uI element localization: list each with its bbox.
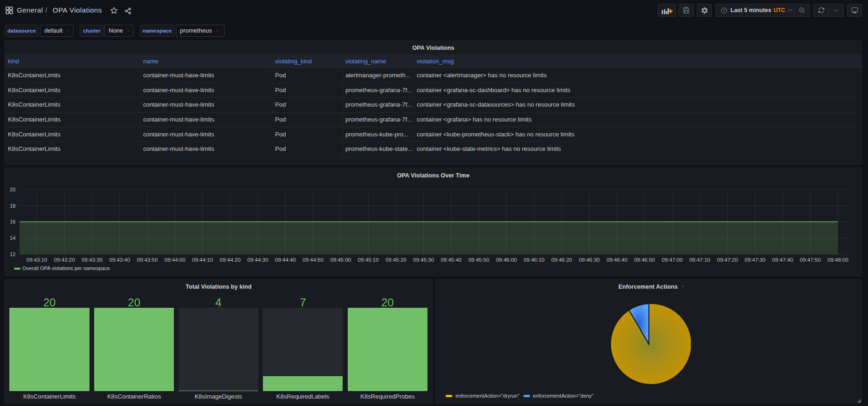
- svg-text:09:47:00: 09:47:00: [662, 257, 683, 263]
- svg-text:09:43:10: 09:43:10: [27, 257, 48, 263]
- svg-text:09:43:40: 09:43:40: [109, 257, 130, 263]
- svg-text:09:45:40: 09:45:40: [441, 257, 462, 263]
- svg-text:09:47:10: 09:47:10: [689, 257, 710, 263]
- svg-text:09:43:20: 09:43:20: [54, 257, 75, 263]
- svg-text:09:45:50: 09:45:50: [468, 257, 489, 263]
- svg-text:09:47:40: 09:47:40: [772, 257, 793, 263]
- svg-text:09:44:10: 09:44:10: [192, 257, 213, 263]
- svg-text:09:47:20: 09:47:20: [717, 257, 738, 263]
- svg-text:09:44:50: 09:44:50: [303, 257, 324, 263]
- svg-text:09:48:00: 09:48:00: [827, 257, 848, 263]
- svg-text:09:44:00: 09:44:00: [165, 257, 186, 263]
- svg-text:09:46:00: 09:46:00: [496, 257, 517, 263]
- svg-text:12: 12: [10, 251, 16, 257]
- svg-text:09:44:40: 09:44:40: [275, 257, 296, 263]
- svg-text:09:43:30: 09:43:30: [82, 257, 103, 263]
- svg-text:09:44:30: 09:44:30: [248, 257, 269, 263]
- svg-text:09:45:10: 09:45:10: [358, 257, 379, 263]
- svg-text:09:46:40: 09:46:40: [606, 257, 627, 263]
- svg-text:09:45:30: 09:45:30: [413, 257, 434, 263]
- svg-text:09:46:20: 09:46:20: [551, 257, 572, 263]
- svg-text:09:45:20: 09:45:20: [386, 257, 406, 263]
- svg-text:09:46:10: 09:46:10: [524, 257, 544, 263]
- svg-text:20: 20: [10, 187, 16, 192]
- svg-text:09:46:50: 09:46:50: [634, 257, 655, 263]
- svg-text:09:46:30: 09:46:30: [579, 257, 600, 263]
- svg-text:14: 14: [10, 235, 16, 241]
- svg-text:09:47:30: 09:47:30: [744, 257, 765, 263]
- svg-text:18: 18: [10, 203, 16, 209]
- svg-text:09:43:50: 09:43:50: [137, 257, 158, 263]
- svg-text:09:47:50: 09:47:50: [800, 257, 821, 263]
- svg-text:09:44:20: 09:44:20: [220, 257, 241, 263]
- svg-text:09:45:00: 09:45:00: [330, 257, 351, 263]
- svg-text:16: 16: [10, 219, 16, 224]
